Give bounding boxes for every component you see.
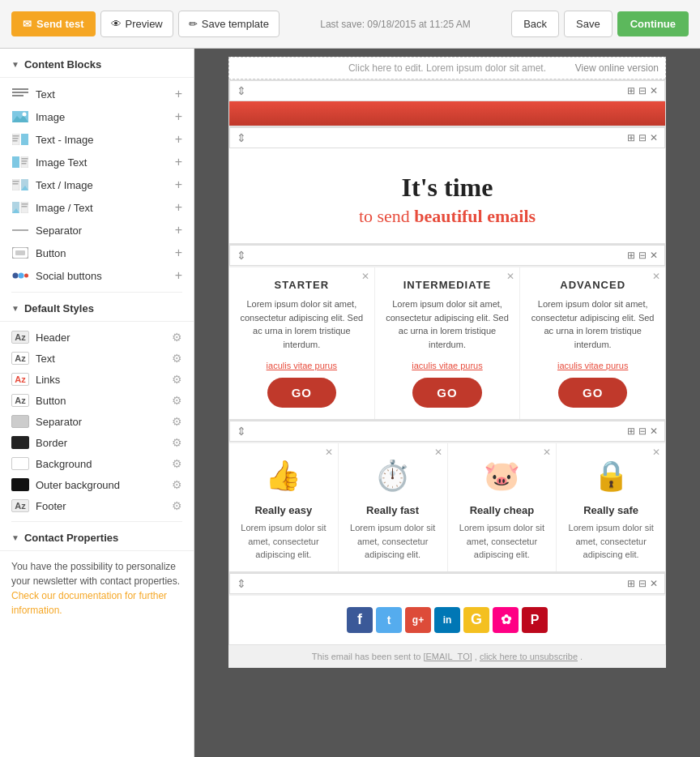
add-button-icon[interactable]: + bbox=[175, 246, 182, 259]
pricing-advanced-close[interactable]: ✕ bbox=[652, 271, 660, 282]
feature-safe-close[interactable]: ✕ bbox=[652, 447, 660, 458]
hero-grid-icon[interactable]: ⊟ bbox=[638, 132, 647, 143]
button-gear-icon[interactable]: ⚙ bbox=[172, 394, 182, 407]
features-grid-icon[interactable]: ⊟ bbox=[638, 426, 647, 437]
pricing-intermediate-close[interactable]: ✕ bbox=[506, 271, 514, 282]
pricing-starter-close[interactable]: ✕ bbox=[361, 271, 369, 282]
pricing-close-icon[interactable]: ✕ bbox=[650, 250, 658, 261]
block-item-text[interactable]: Text + bbox=[0, 83, 194, 105]
style-outer-background[interactable]: Outer background ⚙ bbox=[0, 474, 194, 495]
twitter-icon[interactable]: t bbox=[376, 607, 402, 633]
contact-documentation-link[interactable]: Check our documentation for further info… bbox=[11, 590, 167, 616]
style-background[interactable]: Background ⚙ bbox=[0, 453, 194, 474]
add-image-slash-text-icon[interactable]: + bbox=[175, 201, 182, 214]
facebook-icon[interactable]: f bbox=[347, 607, 373, 633]
features-close-icon[interactable]: ✕ bbox=[650, 426, 658, 437]
block-item-image[interactable]: Image + bbox=[0, 105, 194, 128]
pinterest-icon[interactable]: P bbox=[522, 607, 548, 633]
block-item-separator[interactable]: Separator + bbox=[0, 219, 194, 242]
add-image-block-icon[interactable]: + bbox=[175, 110, 182, 123]
links-gear-icon[interactable]: ⚙ bbox=[172, 373, 182, 386]
border-gear-icon[interactable]: ⚙ bbox=[172, 436, 182, 449]
feature-fast[interactable]: ✕ ⏱️ Really fast Lorem ipsum dolor sit a… bbox=[339, 443, 448, 571]
contact-properties-header[interactable]: ▼ Contact Properties bbox=[0, 522, 194, 551]
pricing-advanced-link[interactable]: iaculis vitae purus bbox=[557, 361, 628, 370]
send-test-button[interactable]: ✉ Send test bbox=[11, 11, 96, 36]
add-separator-icon[interactable]: + bbox=[175, 224, 182, 237]
default-styles-header[interactable]: ▼ Default Styles bbox=[0, 293, 194, 322]
style-header[interactable]: Az Header ⚙ bbox=[0, 327, 194, 348]
preview-button[interactable]: 👁 Preview bbox=[100, 11, 173, 37]
pricing-up-icon[interactable]: ⇕ bbox=[237, 249, 246, 262]
back-button[interactable]: Back bbox=[511, 11, 559, 37]
block-item-social[interactable]: Social buttons + bbox=[0, 264, 194, 287]
email-to-link[interactable]: [EMAIL_TO] bbox=[423, 652, 472, 661]
continue-button[interactable]: Continue bbox=[617, 11, 689, 36]
feature-cheap[interactable]: ✕ 🐷 Really cheap Lorem ipsum dolor sit a… bbox=[448, 443, 557, 571]
features-up-icon[interactable]: ⇕ bbox=[237, 425, 246, 438]
add-text-block-icon[interactable]: + bbox=[175, 88, 182, 101]
linkedin-icon[interactable]: in bbox=[434, 607, 460, 633]
add-social-icon[interactable]: + bbox=[175, 269, 182, 282]
pricing-intermediate-btn[interactable]: GO bbox=[412, 378, 481, 408]
social-copy-icon[interactable]: ⊞ bbox=[627, 578, 635, 589]
feature-cheap-close[interactable]: ✕ bbox=[543, 447, 551, 458]
outer-bg-gear-icon[interactable]: ⚙ bbox=[172, 478, 182, 491]
block-up-icon[interactable]: ⇕ bbox=[237, 84, 246, 97]
style-links[interactable]: Az Links ⚙ bbox=[0, 369, 194, 390]
google-plus-icon[interactable]: g+ bbox=[405, 607, 431, 633]
block-item-button[interactable]: Button + bbox=[0, 242, 194, 264]
close-block-icon[interactable]: ✕ bbox=[650, 85, 658, 96]
pricing-starter-btn[interactable]: GO bbox=[267, 378, 336, 408]
text-gear-icon[interactable]: ⚙ bbox=[172, 352, 182, 365]
social-up-icon[interactable]: ⇕ bbox=[237, 577, 246, 590]
add-image-text-icon[interactable]: + bbox=[175, 156, 182, 169]
features-copy-icon[interactable]: ⊞ bbox=[627, 426, 635, 437]
pricing-col-advanced[interactable]: ✕ ADVANCED Lorem ipsum dolor sit amet, c… bbox=[520, 267, 665, 419]
style-border[interactable]: Border ⚙ bbox=[0, 432, 194, 453]
pricing-advanced-btn[interactable]: GO bbox=[558, 378, 627, 408]
separator-gear-icon[interactable]: ⚙ bbox=[172, 415, 182, 428]
google-icon[interactable]: G bbox=[463, 607, 489, 633]
feature-safe[interactable]: ✕ 🔒 Really safe Lorem ipsum dolor sit am… bbox=[557, 443, 665, 571]
feature-fast-close[interactable]: ✕ bbox=[434, 447, 442, 458]
pricing-grid-icon[interactable]: ⊟ bbox=[638, 250, 647, 261]
pricing-col-intermediate[interactable]: ✕ INTERMEDIATE Lorem ipsum dolor sit ame… bbox=[375, 267, 521, 419]
edit-bar[interactable]: Click here to edit. Lorem ipsum dolor si… bbox=[228, 57, 666, 79]
feature-easy[interactable]: ✕ 👍 Really easy Lorem ipsum dolor sit am… bbox=[229, 443, 339, 571]
header-gear-icon[interactable]: ⚙ bbox=[172, 331, 182, 344]
block-item-image-text[interactable]: Image Text + bbox=[0, 151, 194, 173]
pricing-copy-icon[interactable]: ⊞ bbox=[627, 250, 635, 261]
footer-gear-icon[interactable]: ⚙ bbox=[172, 499, 182, 512]
block-item-text-image[interactable]: Text - Image + bbox=[0, 128, 194, 151]
social-grid-icon[interactable]: ⊟ bbox=[638, 578, 647, 589]
feature-easy-close[interactable]: ✕ bbox=[325, 447, 333, 458]
pricing-section: ✕ STARTER Lorem ipsum dolor sit amet, co… bbox=[229, 266, 665, 419]
style-footer[interactable]: Az Footer ⚙ bbox=[0, 495, 194, 516]
hero-up-icon[interactable]: ⇕ bbox=[237, 131, 246, 144]
add-text-slash-image-icon[interactable]: + bbox=[175, 178, 182, 191]
background-gear-icon[interactable]: ⚙ bbox=[172, 457, 182, 470]
hero-block: ⇕ ⊞ ⊟ ✕ It's time to send beautiful emai… bbox=[228, 126, 666, 244]
copy-icon[interactable]: ⊞ bbox=[627, 85, 635, 96]
add-text-image-icon[interactable]: + bbox=[175, 133, 182, 146]
unsubscribe-link[interactable]: click here to unsubscribe bbox=[480, 652, 578, 661]
social-close-icon[interactable]: ✕ bbox=[650, 578, 658, 589]
hero-copy-icon[interactable]: ⊞ bbox=[627, 132, 635, 143]
save-button[interactable]: Save bbox=[564, 11, 612, 37]
grid-icon[interactable]: ⊟ bbox=[638, 85, 647, 96]
flickr-icon[interactable]: ✿ bbox=[493, 607, 519, 633]
content-blocks-header[interactable]: ▼ Content Blocks bbox=[0, 49, 194, 78]
hero-close-icon[interactable]: ✕ bbox=[650, 132, 658, 143]
pricing-starter-link[interactable]: iaculis vitae purus bbox=[267, 361, 337, 370]
style-button[interactable]: Az Button ⚙ bbox=[0, 390, 194, 411]
block-item-image-slash-text[interactable]: Image / Text + bbox=[0, 196, 194, 219]
style-separator[interactable]: Separator ⚙ bbox=[0, 411, 194, 432]
block-item-text-slash-image[interactable]: Text / Image + bbox=[0, 173, 194, 196]
pricing-col-starter[interactable]: ✕ STARTER Lorem ipsum dolor sit amet, co… bbox=[229, 267, 375, 419]
pricing-intermediate-link[interactable]: iaculis vitae purus bbox=[412, 361, 482, 370]
save-template-button[interactable]: ✏ Save template bbox=[178, 11, 280, 37]
style-text[interactable]: Az Text ⚙ bbox=[0, 348, 194, 369]
view-online-link[interactable]: View online version bbox=[575, 62, 659, 74]
hero-section[interactable]: It's time to send beautiful emails bbox=[229, 148, 665, 243]
